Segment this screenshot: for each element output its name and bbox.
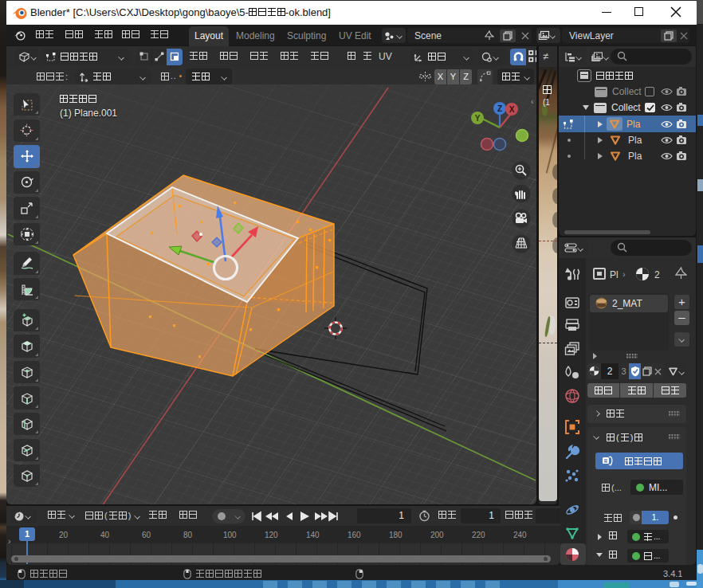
- svg-text:X: X: [509, 105, 515, 114]
- svg-text:Z: Z: [497, 104, 502, 113]
- svg-text:Y: Y: [475, 114, 481, 123]
